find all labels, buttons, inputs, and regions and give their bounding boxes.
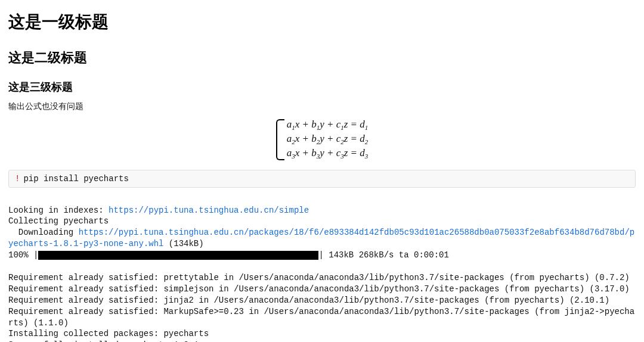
output-block-2: Requirement already satisfied: prettytab… <box>8 261 636 342</box>
progress-percent: 100% | <box>8 250 38 261</box>
formula-line-3: a3x + b3y + c3z = d3 <box>287 147 369 161</box>
output-line: Looking in indexes: <box>8 206 109 215</box>
output-link-download[interactable]: https://pypi.tuna.tsinghua.edu.cn/packag… <box>8 228 634 248</box>
output-link-index[interactable]: https://pypi.tuna.tsinghua.edu.cn/simple <box>109 206 309 215</box>
formula-line-2: a2x + b2y + c2z = d2 <box>287 132 369 147</box>
output-line: Requirement already satisfied: prettytab… <box>8 273 630 282</box>
paragraph-formula-intro: 输出公式也没有问题 <box>8 101 636 112</box>
code-cell[interactable]: !pip install pyecharts <box>8 170 636 188</box>
progress-bar <box>38 251 318 260</box>
code-command: pip install pyecharts <box>23 174 128 184</box>
heading-1: 这是一级标题 <box>8 11 636 33</box>
heading-3: 这是三级标题 <box>8 80 636 94</box>
progress-line: 100% | | 143kB 268kB/s ta 0:00:01 <box>8 250 636 261</box>
output-block: Looking in indexes: https://pypi.tuna.ts… <box>8 194 636 250</box>
formula-line-1: a1x + b1y + c1z = d1 <box>287 118 369 132</box>
output-line: Downloading <box>8 228 79 237</box>
output-line: Installing collected packages: pyecharts <box>8 329 209 338</box>
formula-block: a1x + b1y + c1z = d1 a2x + b2y + c2z = d… <box>8 118 636 161</box>
output-line: (134kB) <box>163 239 203 248</box>
progress-stats: | 143kB 268kB/s ta 0:00:01 <box>318 250 448 261</box>
heading-2: 这是二级标题 <box>8 49 636 67</box>
shell-bang-icon: ! <box>15 174 20 184</box>
output-line: Requirement already satisfied: MarkupSaf… <box>8 307 634 328</box>
output-line: Collecting pyecharts <box>8 216 109 226</box>
output-line: Requirement already satisfied: simplejso… <box>8 284 630 294</box>
output-line: Requirement already satisfied: jinja2 in… <box>8 296 609 305</box>
